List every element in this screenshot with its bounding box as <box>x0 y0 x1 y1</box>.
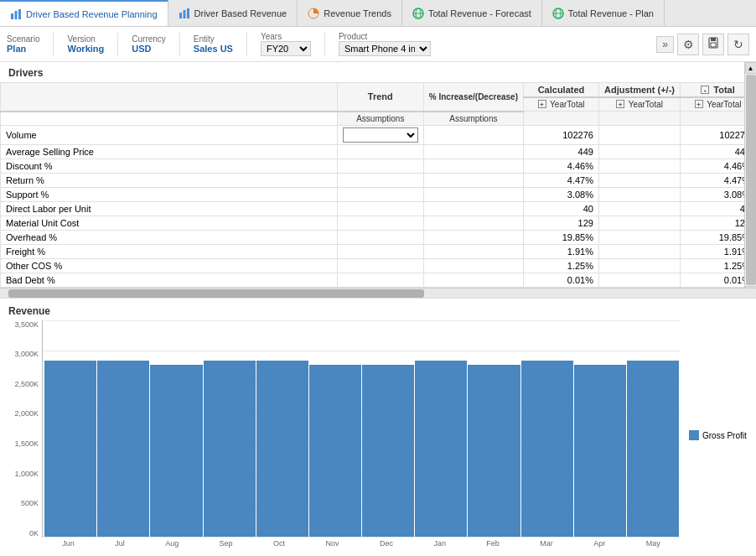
tab-total-plan[interactable]: Total Revenue - Plan <box>542 0 665 26</box>
col-subheader-year-total-2: YearTotal <box>629 100 663 109</box>
bar-3 <box>204 361 256 537</box>
currency-filter: Currency USD <box>132 34 166 54</box>
bar-0 <box>44 361 96 537</box>
nav-tabs: Driver Based Revenue Planning Driver Bas… <box>0 0 756 27</box>
col-assumptions-adj <box>598 112 680 126</box>
scenario-filter: Scenario Plan <box>7 34 39 54</box>
y-label-2: 2,500K <box>14 380 39 388</box>
refresh-button[interactable]: ↻ <box>728 34 749 55</box>
trend-cell-0[interactable] <box>337 125 423 144</box>
calculated-cell-9: 1.25% <box>523 258 598 273</box>
svg-rect-0 <box>11 13 13 19</box>
adjustment-cell-4 <box>598 187 680 201</box>
x-label-2: Aug <box>165 539 179 551</box>
adjustment-cell-6 <box>598 216 680 230</box>
y-label-3: 2,000K <box>14 409 39 418</box>
table-row: Return %4.47%4.47% <box>1 173 756 187</box>
adjustment-cell-5 <box>598 201 680 216</box>
bar-6 <box>362 365 414 537</box>
scroll-up-button[interactable]: ▲ <box>745 62 757 74</box>
trend-dropdown-0[interactable] <box>343 127 418 143</box>
separator-3 <box>179 33 180 56</box>
x-label-6: Dec <box>380 539 393 551</box>
tab-revenue-trends[interactable]: Revenue Trends <box>298 0 402 26</box>
col-header-adjustment: Adjustment (+/-) <box>598 83 680 98</box>
trend-cell-10 <box>337 273 423 287</box>
svg-rect-2 <box>18 9 21 19</box>
x-axis-labels: JunJulAugSepOctNovDecJanFebMarAprMay <box>42 538 681 551</box>
entity-label: Entity <box>194 34 233 44</box>
col-subheader-year-total-1: YearTotal <box>550 100 584 109</box>
chart-icon-1 <box>10 8 22 20</box>
col-assumptions-pct: Assumptions <box>423 112 523 126</box>
calculated-cell-4: 3.08% <box>523 187 598 201</box>
row-label-6: Material Unit Cost <box>1 216 338 230</box>
trend-cell-2 <box>337 158 423 173</box>
tab-driver-planning[interactable]: Driver Based Revenue Planning <box>0 0 168 26</box>
table-row: Support %3.08%3.08% <box>1 187 756 201</box>
adj-expand-icon[interactable]: + <box>616 100 624 108</box>
pct-cell-4 <box>423 187 523 201</box>
pct-cell-8 <box>423 244 523 258</box>
row-label-5: Direct Labor per Unit <box>1 201 338 216</box>
entity-value: Sales US <box>194 44 233 54</box>
chart-legend: Gross Profit <box>681 320 748 552</box>
scenario-value: Plan <box>7 44 39 54</box>
table-row: Average Selling Price449449 <box>1 144 756 158</box>
adjustment-cell-8 <box>598 244 680 258</box>
tab-revenue-trends-label: Revenue Trends <box>324 8 391 18</box>
x-label-0: Jun <box>62 539 75 551</box>
revenue-title: Revenue <box>8 305 748 317</box>
pct-cell-10 <box>423 273 523 287</box>
drivers-table-wrapper: Trend % Increase/(Decrease) Calculated A… <box>0 82 756 288</box>
expand-button[interactable]: » <box>656 36 674 53</box>
table-row: Volume102276102276 <box>1 125 756 144</box>
svg-rect-3 <box>179 13 182 18</box>
currency-value: USD <box>132 44 166 54</box>
product-filter: Product Smart Phone 4 in <box>339 32 431 56</box>
table-row: Bad Debt %0.01%0.01% <box>1 273 756 287</box>
x-label-9: Mar <box>540 539 553 551</box>
col-header-blank <box>1 83 338 112</box>
bar-9 <box>521 361 573 537</box>
table-row: Material Unit Cost129129 <box>1 216 756 230</box>
scroll-thumb[interactable] <box>746 75 756 285</box>
pct-cell-9 <box>423 258 523 273</box>
vertical-scrollbar[interactable]: ▲ ▼ <box>744 62 756 298</box>
save-button[interactable] <box>702 34 724 55</box>
pct-cell-7 <box>423 230 523 244</box>
chart-bars-column: JunJulAugSepOctNovDecJanFebMarAprMay <box>42 320 681 552</box>
trend-cell-1 <box>337 144 423 158</box>
hscroll-thumb[interactable] <box>8 289 424 298</box>
version-label: Version <box>67 34 104 44</box>
y-label-1: 3,000K <box>14 350 39 358</box>
total-sub-expand-icon[interactable]: + <box>695 100 703 108</box>
col-assumptions-calc <box>523 112 598 126</box>
bar-5 <box>309 365 361 537</box>
bar-2 <box>150 365 202 537</box>
separator-1 <box>53 33 54 56</box>
table-row: Overhead %19.85%19.85% <box>1 230 756 244</box>
years-select[interactable]: FY20 <box>261 41 311 56</box>
adjustment-cell-2 <box>598 158 680 173</box>
entity-filter: Entity Sales US <box>194 34 233 54</box>
bar-11 <box>627 361 679 537</box>
x-label-8: Feb <box>486 539 500 551</box>
pct-cell-0 <box>423 125 523 144</box>
tab-driver-revenue[interactable]: Driver Based Revenue <box>168 0 298 26</box>
settings-button[interactable]: ⚙ <box>677 34 699 55</box>
svg-rect-4 <box>183 10 185 18</box>
calculated-cell-10: 0.01% <box>523 273 598 287</box>
product-select[interactable]: Smart Phone 4 in <box>339 41 431 56</box>
calculated-cell-6: 129 <box>523 216 598 230</box>
horizontal-scrollbar[interactable] <box>0 288 756 298</box>
total-expand-icon[interactable]: - <box>701 86 709 94</box>
y-label-6: 500K <box>21 499 39 507</box>
svg-rect-1 <box>15 11 18 19</box>
pct-cell-3 <box>423 173 523 187</box>
calc-expand-icon[interactable]: + <box>538 100 546 108</box>
svg-rect-15 <box>711 43 716 47</box>
row-label-3: Return % <box>1 173 338 187</box>
row-label-1: Average Selling Price <box>1 144 338 158</box>
tab-total-forecast[interactable]: Total Revenue - Forecast <box>402 0 542 26</box>
